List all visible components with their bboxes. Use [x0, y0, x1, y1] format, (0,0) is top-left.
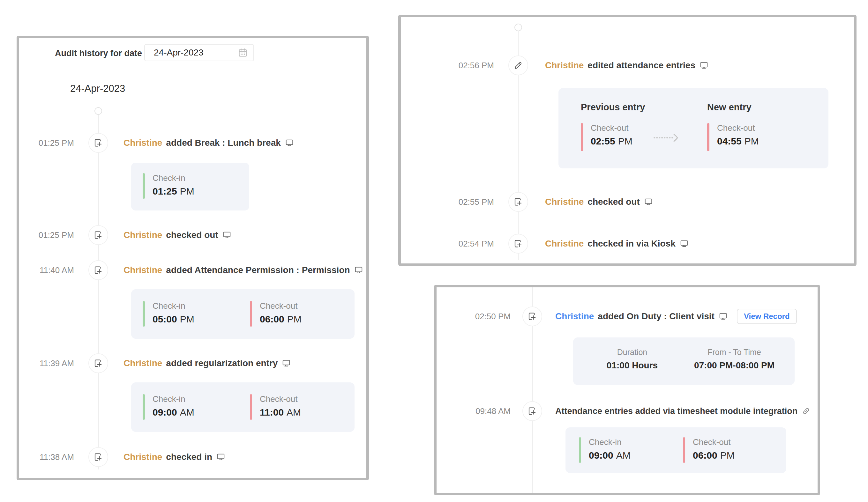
actor-name: Christine — [124, 138, 162, 148]
date-picker-input[interactable]: 24-Apr-2023 — [144, 44, 254, 61]
check-in-field: Check-in 09:00AM — [143, 394, 194, 420]
event-action: added Attendance Permission : Permission — [166, 265, 350, 275]
actor-name: Christine — [124, 265, 162, 275]
check-out-bar — [250, 394, 252, 420]
monitor-icon — [285, 138, 294, 148]
add-entry-icon — [523, 306, 542, 326]
actor-name: Christine — [555, 311, 594, 322]
column-label: Duration — [589, 348, 675, 357]
audit-history-label: Audit history for date — [55, 45, 142, 62]
entry-time: 11:39 AM — [19, 358, 74, 369]
field-label: Check-out — [260, 301, 302, 311]
field-value: 11:00AM — [260, 407, 301, 418]
field-label: Check-out — [260, 394, 301, 404]
timeline-event: Christine edited attendance entries — [545, 58, 709, 73]
column-value: 07:00 PM-08:00 PM — [685, 360, 784, 370]
actor-name: Christine — [124, 358, 162, 368]
check-out-field: Check-out 06:00PM — [250, 301, 302, 327]
check-in-bar — [143, 301, 145, 327]
entry-detail-card: Check-in 05:00PM Check-out 06:00PM — [131, 289, 354, 339]
audit-history-panel: Audit history for date 24-Apr-2023 24-Ap… — [17, 36, 369, 480]
timeline-date-heading: 24-Apr-2023 — [70, 83, 125, 94]
actor-name: Christine — [545, 197, 584, 207]
check-in-bar — [143, 173, 145, 199]
entry-time: 11:40 AM — [19, 265, 74, 275]
date-value: 24-Apr-2023 — [154, 48, 204, 58]
monitor-icon — [222, 230, 232, 240]
field-label: Check-out — [693, 437, 735, 447]
event-action: Attendance entries added via timesheet m… — [555, 406, 797, 416]
actor-name: Christine — [545, 60, 584, 71]
actor-name: Christine — [545, 239, 584, 249]
check-out-field: Check-out 06:00PM — [683, 437, 735, 463]
entry-time: 02:50 PM — [436, 311, 510, 322]
field-label: Check-in — [153, 301, 194, 311]
event-action: added On Duty : Client visit — [598, 311, 714, 322]
entry-detail-card: Check-in 09:00AM Check-out 11:00AM — [131, 383, 354, 432]
add-entry-icon — [508, 192, 528, 212]
add-entry-icon — [89, 133, 108, 153]
previous-entry-header: Previous entry — [581, 102, 645, 113]
field-value: 09:00AM — [589, 450, 631, 461]
event-action: edited attendance entries — [588, 60, 695, 71]
timeline-event: Christine added regularization entry — [124, 356, 291, 370]
entry-time: 09:48 AM — [436, 406, 510, 417]
entry-time: 02:54 PM — [401, 238, 494, 249]
timeline-start-dot — [514, 24, 522, 31]
monitor-icon — [699, 61, 709, 70]
timeline-event: Christine added On Duty : Client visit V… — [555, 309, 797, 324]
timeline-start-dot — [94, 107, 102, 115]
check-in-bar — [579, 437, 581, 463]
field-value: 06:00PM — [693, 450, 735, 461]
field-value: 01:25PM — [153, 186, 194, 197]
add-entry-icon — [89, 353, 108, 373]
add-entry-icon — [89, 447, 108, 467]
monitor-icon — [354, 265, 363, 275]
entry-time: 02:56 PM — [401, 60, 494, 71]
check-in-field: Check-in 09:00AM — [579, 437, 631, 463]
entry-time: 01:25 PM — [19, 230, 74, 240]
actor-name: Christine — [124, 452, 162, 462]
previous-check-out-field: Check-out 02:55PM — [581, 123, 632, 151]
new-check-out-field: Check-out 04:55PM — [707, 123, 759, 151]
calendar-icon — [237, 47, 248, 58]
check-out-field: Check-out 11:00AM — [250, 394, 301, 420]
view-record-button[interactable]: View Record — [737, 309, 797, 324]
add-entry-icon — [89, 225, 108, 245]
column-label: From - To Time — [685, 348, 784, 357]
monitor-icon — [644, 197, 653, 207]
timeline-line — [98, 115, 99, 470]
timeline-event: Christine added Break : Lunch break — [124, 136, 294, 150]
field-value: 09:00AM — [153, 407, 194, 418]
check-out-bar — [707, 123, 710, 151]
duration-card: Duration 01:00 Hours From - To Time 07:0… — [573, 337, 795, 385]
from-to-column: From - To Time 07:00 PM-08:00 PM — [685, 348, 784, 370]
add-entry-icon — [89, 260, 108, 280]
field-label: Check-out — [717, 123, 759, 133]
monitor-icon — [281, 358, 291, 368]
on-duty-audit-panel: 02:50 PM Christine added On Duty : Clien… — [434, 285, 820, 495]
column-value: 01:00 Hours — [589, 360, 675, 370]
timeline-event: Christine checked out — [545, 195, 653, 209]
monitor-icon — [216, 452, 226, 462]
compare-card: Previous entry New entry Check-out 02:55… — [558, 88, 828, 168]
edit-audit-panel: 02:56 PM Christine edited attendance ent… — [398, 15, 857, 266]
check-in-bar — [143, 394, 145, 420]
timeline-event: Attendance entries added via timesheet m… — [555, 404, 811, 418]
new-entry-header: New entry — [707, 102, 752, 113]
field-label: Check-in — [589, 437, 631, 447]
event-action: checked out — [166, 230, 218, 240]
entry-detail-card: Check-in 01:25PM — [131, 163, 249, 210]
field-label: Check-in — [153, 173, 194, 183]
actor-name: Christine — [124, 230, 162, 240]
monitor-icon — [679, 239, 689, 249]
entry-time: 01:25 PM — [19, 137, 74, 148]
check-in-field: Check-in 01:25PM — [143, 173, 194, 199]
entry-detail-card: Check-in 09:00AM Check-out 06:00PM — [566, 427, 786, 473]
check-out-bar — [250, 301, 252, 327]
timeline-event: Christine checked in — [124, 450, 226, 464]
field-label: Check-in — [153, 394, 194, 404]
timeline-event: Christine checked out — [124, 228, 232, 242]
check-in-field: Check-in 05:00PM — [143, 301, 194, 327]
event-action: checked out — [588, 197, 640, 207]
